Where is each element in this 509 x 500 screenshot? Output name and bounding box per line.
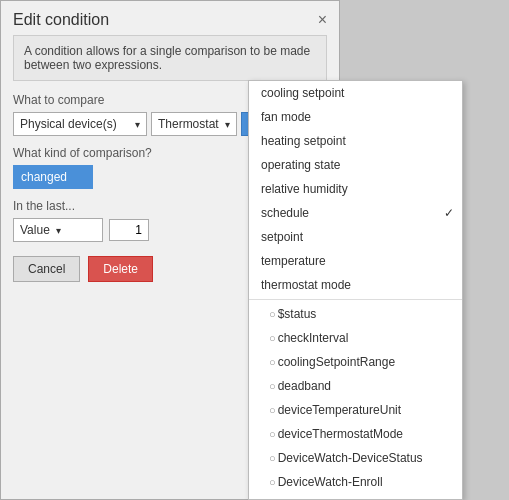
dropdown-item-label: fan mode [261, 110, 311, 124]
dropdown-item[interactable]: ○ coolingSetpointRange [249, 350, 462, 374]
dropdown-item-label: relative humidity [261, 182, 348, 196]
dropdown-item[interactable]: ○ deviceTemperatureUnit [249, 398, 462, 422]
device-select[interactable]: Physical device(s) ▾ [13, 112, 147, 136]
dropdown-item-prefix-icon: ○ [269, 380, 276, 392]
thermostat-select-label: Thermostat [158, 117, 219, 131]
dropdown-item-label: checkInterval [278, 331, 349, 345]
dropdown-item[interactable]: ○ deviceThermostatMode [249, 422, 462, 446]
dropdown-item-label: schedule [261, 206, 309, 220]
dropdown-item-label: setpoint [261, 230, 303, 244]
dropdown-item-label: DeviceWatch-DeviceStatus [278, 451, 423, 465]
dropdown-item-prefix-icon: ○ [269, 476, 276, 488]
dropdown-item[interactable]: fan mode [249, 105, 462, 129]
dropdown-item-label: coolingSetpointRange [278, 355, 395, 369]
dialog-titlebar: Edit condition × [1, 1, 339, 35]
dropdown-item[interactable]: operating state [249, 153, 462, 177]
dropdown-item-label: thermostat mode [261, 278, 351, 292]
dropdown-item-label: $status [278, 307, 317, 321]
value-number-input[interactable] [109, 219, 149, 241]
close-button[interactable]: × [318, 12, 327, 28]
dropdown-item-prefix-icon: ○ [269, 428, 276, 440]
dropdown-item-label: operating state [261, 158, 340, 172]
schedule-dropdown-panel: cooling setpointfan modeheating setpoint… [248, 80, 463, 500]
dropdown-item-label: temperature [261, 254, 326, 268]
thermostat-select[interactable]: Thermostat ▾ [151, 112, 237, 136]
device-select-label: Physical device(s) [20, 117, 117, 131]
dropdown-item[interactable]: temperature [249, 249, 462, 273]
dropdown-item-label: heating setpoint [261, 134, 346, 148]
dropdown-item-label: deadband [278, 379, 331, 393]
delete-button[interactable]: Delete [88, 256, 153, 282]
dropdown-item[interactable]: ○ deadband [249, 374, 462, 398]
cancel-button[interactable]: Cancel [13, 256, 80, 282]
dropdown-item[interactable]: ○ checkInterval [249, 326, 462, 350]
device-chevron-icon: ▾ [135, 119, 140, 130]
dialog-title: Edit condition [13, 11, 109, 29]
dropdown-item-prefix-icon: ○ [269, 404, 276, 416]
comparison-box[interactable]: changed [13, 165, 93, 189]
dropdown-item-prefix-icon: ○ [269, 332, 276, 344]
dropdown-item-label: cooling setpoint [261, 86, 344, 100]
dropdown-item-prefix-icon: ○ [269, 308, 276, 320]
dropdown-item[interactable]: schedule [249, 201, 462, 225]
value-chevron-icon: ▾ [56, 225, 61, 236]
dropdown-item[interactable]: ○ healthStatus [249, 494, 462, 500]
dropdown-item[interactable]: heating setpoint [249, 129, 462, 153]
dropdown-item[interactable]: ○ DeviceWatch-Enroll [249, 470, 462, 494]
value-select[interactable]: Value ▾ [13, 218, 103, 242]
dropdown-item-label: deviceTemperatureUnit [278, 403, 401, 417]
dropdown-item-label: deviceThermostatMode [278, 427, 403, 441]
dropdown-item-label: DeviceWatch-Enroll [278, 475, 383, 489]
dropdown-item[interactable]: ○ $status [249, 302, 462, 326]
thermostat-chevron-icon: ▾ [225, 119, 230, 130]
info-box: A condition allows for a single comparis… [13, 35, 327, 81]
dropdown-item-prefix-icon: ○ [269, 452, 276, 464]
value-select-label: Value [20, 223, 50, 237]
dropdown-item[interactable]: cooling setpoint [249, 81, 462, 105]
dropdown-item[interactable]: setpoint [249, 225, 462, 249]
dropdown-item[interactable]: relative humidity [249, 177, 462, 201]
dropdown-item[interactable]: ○ DeviceWatch-DeviceStatus [249, 446, 462, 470]
dropdown-item-prefix-icon: ○ [269, 356, 276, 368]
dropdown-divider [249, 299, 462, 300]
dropdown-item[interactable]: thermostat mode [249, 273, 462, 297]
